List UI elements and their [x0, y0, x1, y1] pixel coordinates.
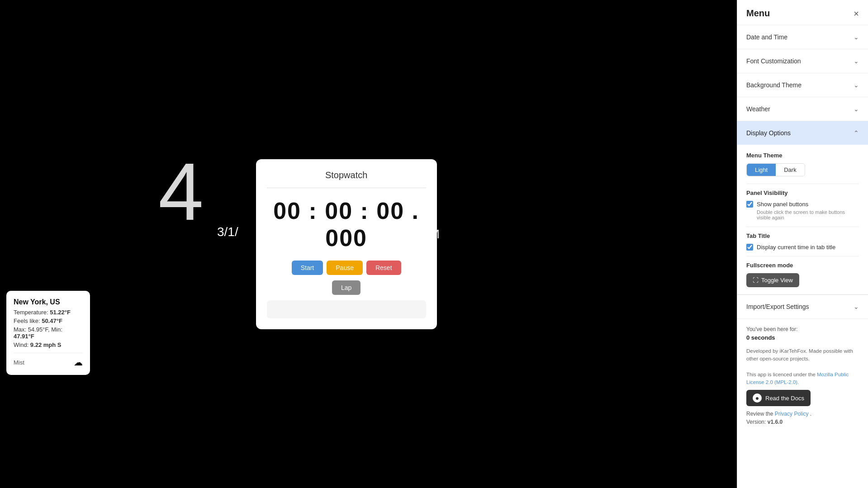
theme-toggle: Light Dark	[746, 163, 805, 176]
minmax-value: 47.91°F	[14, 333, 34, 340]
version-label: Version:	[746, 419, 766, 425]
fullscreen-label: Fullscreen mode	[746, 262, 859, 269]
weather-minmax: Max: 54.95°F, Min: 47.91°F	[14, 326, 83, 340]
font-customization-label: Font Customization	[746, 57, 801, 65]
privacy-suffix: .	[810, 411, 811, 417]
background-theme-header[interactable]: Background Theme ⌄	[737, 73, 868, 97]
panel-visibility-label: Panel Visibility	[746, 190, 859, 196]
dark-theme-button[interactable]: Dark	[776, 164, 804, 176]
toggle-view-label: Toggle View	[761, 277, 793, 284]
panel-divider	[746, 227, 859, 227]
temperature-label: Temperature:	[14, 309, 48, 316]
menu-theme-label: Menu Theme	[746, 152, 859, 159]
temperature-value: 51.22°F	[50, 309, 71, 316]
weather-widget: New York, US Temperature: 51.22°F Feels …	[6, 291, 90, 375]
footer-license-text: This app is licenced under the	[746, 372, 816, 377]
show-panel-label[interactable]: Show panel buttons	[757, 201, 808, 208]
reset-button[interactable]: Reset	[366, 261, 401, 275]
weather-condition: Mist	[14, 359, 24, 366]
background-theme-section: Background Theme ⌄	[737, 73, 868, 97]
panel-hint: Double click the screen to make buttons …	[757, 209, 859, 220]
display-options-chevron-icon: ⌃	[854, 129, 859, 137]
footer-desc-text: Developed by iKarTehFox. Made possible w…	[746, 348, 853, 361]
theme-divider	[746, 184, 859, 184]
date-display: 3/1/	[217, 225, 238, 239]
font-customization-chevron-icon: ⌄	[854, 57, 859, 65]
weather-temp: Temperature: 51.22°F	[14, 309, 83, 316]
wind-label: Wind:	[14, 341, 28, 348]
weather-cloud-icon: ☁	[74, 357, 83, 368]
sidebar-footer: You've been here for: 0 seconds Develope…	[737, 319, 868, 488]
background-theme-label: Background Theme	[746, 81, 802, 89]
weather-chevron-icon: ⌄	[854, 105, 859, 113]
weather-label: Weather	[746, 105, 770, 113]
footer-description: Developed by iKarTehFox. Made possible w…	[746, 347, 859, 386]
version-value: v1.6.0	[768, 419, 783, 425]
version-line: Version: v1.6.0	[746, 419, 859, 425]
lap-button-container: Lap	[267, 280, 426, 295]
privacy-policy-link[interactable]: Privacy Policy	[775, 411, 809, 417]
font-customization-header[interactable]: Font Customization ⌄	[737, 49, 868, 73]
weather-wind: Wind: 9.22 mph S	[14, 341, 83, 348]
read-docs-button[interactable]: ● Read the Docs	[746, 390, 811, 406]
weather-city: New York, US	[14, 298, 83, 306]
minmax-label: Max: 54.95°F, Min:	[14, 326, 62, 333]
date-time-label: Date and Time	[746, 33, 787, 41]
sidebar-header: Menu ×	[737, 0, 868, 25]
show-panel-buttons-row: Show panel buttons	[746, 201, 859, 208]
wind-value: 9.22 mph S	[30, 341, 62, 348]
display-current-time-row: Display current time in tab title	[746, 244, 859, 251]
footer-time-label: You've been here for:	[746, 326, 859, 332]
github-icon: ●	[753, 393, 762, 403]
lap-button[interactable]: Lap	[332, 280, 360, 295]
import-export-header[interactable]: Import/Export Settings ⌄	[737, 295, 868, 318]
stopwatch-buttons: Start Pause Reset	[267, 261, 426, 275]
date-time-section: Date and Time ⌄	[737, 25, 868, 49]
start-button[interactable]: Start	[292, 261, 323, 275]
lap-display	[267, 300, 426, 318]
stopwatch-time: 00 : 00 : 00 . 000	[267, 197, 426, 251]
display-options-header[interactable]: Display Options ⌃	[737, 121, 868, 145]
tab-time-label[interactable]: Display current time in tab title	[757, 244, 835, 251]
date-time-header[interactable]: Date and Time ⌄	[737, 25, 868, 49]
menu-title: Menu	[746, 8, 770, 19]
weather-section: Weather ⌄	[737, 97, 868, 121]
privacy-policy-line: Review the Privacy Policy .	[746, 411, 859, 417]
weather-feels: Feels like: 50.47°F	[14, 317, 83, 324]
main-area: 4 3/1/ PM Stopwatch 00 : 00 : 00 . 000 S…	[0, 0, 737, 488]
show-panel-checkbox[interactable]	[746, 201, 753, 208]
display-options-section: Display Options ⌃ Menu Theme Light Dark …	[737, 121, 868, 295]
pause-button[interactable]: Pause	[327, 261, 363, 275]
feels-like-value: 50.47°F	[42, 317, 62, 324]
font-customization-section: Font Customization ⌄	[737, 49, 868, 73]
fullscreen-icon: ⛶	[753, 277, 759, 284]
import-export-chevron-icon: ⌄	[854, 303, 859, 310]
display-options-content: Menu Theme Light Dark Panel Visibility S…	[737, 145, 868, 294]
weather-condition-row: Mist ☁	[14, 357, 83, 368]
feels-like-label: Feels like:	[14, 317, 40, 324]
footer-time-value: 0 seconds	[746, 334, 859, 341]
clock-display: 4	[158, 145, 201, 238]
light-theme-button[interactable]: Light	[747, 164, 776, 176]
sidebar: Menu × Date and Time ⌄ Font Customizatio…	[737, 0, 868, 488]
date-time-chevron-icon: ⌄	[854, 33, 859, 41]
stopwatch-modal: Stopwatch 00 : 00 : 00 . 000 Start Pause…	[256, 159, 437, 329]
stopwatch-title: Stopwatch	[267, 170, 426, 188]
tab-divider	[746, 256, 859, 256]
read-docs-label: Read the Docs	[765, 395, 804, 402]
import-export-label: Import/Export Settings	[746, 303, 809, 310]
import-export-section: Import/Export Settings ⌄	[737, 295, 868, 319]
display-options-label: Display Options	[746, 129, 791, 137]
weather-divider	[14, 353, 83, 353]
tab-title-label: Tab Title	[746, 232, 859, 239]
toggle-view-button[interactable]: ⛶ Toggle View	[746, 273, 799, 287]
background-theme-chevron-icon: ⌄	[854, 81, 859, 89]
tab-time-checkbox[interactable]	[746, 244, 753, 251]
weather-header[interactable]: Weather ⌄	[737, 97, 868, 121]
close-button[interactable]: ×	[854, 9, 859, 18]
privacy-prefix: Review the	[746, 411, 773, 417]
